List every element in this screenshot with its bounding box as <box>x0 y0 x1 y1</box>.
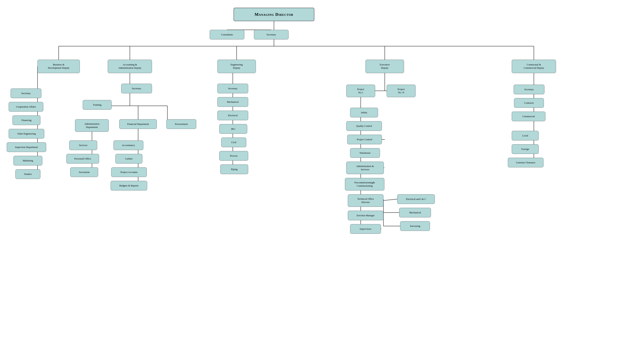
foreign-label: Foreign <box>521 148 529 151</box>
accountancy-node: Accountancy <box>114 140 143 150</box>
process-label: Process <box>230 154 238 157</box>
business-dev-node: Business &Development Deputy <box>37 60 80 73</box>
secretary-biz-node: Secretary <box>11 88 41 98</box>
piping-node: Piping <box>220 164 248 174</box>
training-node: Training <box>83 100 112 110</box>
training-label: Training <box>93 103 101 106</box>
consultants-label: Consultants <box>221 33 233 36</box>
financial-dept-node: Financial Department <box>119 119 157 129</box>
proj-control-node: Project Control <box>347 135 382 144</box>
local-node: Local <box>512 131 539 140</box>
erection-mgr-node: Erection Manager <box>348 211 383 220</box>
engineering-node: EngineeringDeputy <box>217 60 256 73</box>
admin-dept-node: AdministrationDepartment <box>75 119 109 132</box>
elec-ic-node: Electrical and I & C <box>397 194 435 204</box>
admin-dept-label: AdministrationDepartment <box>84 122 100 129</box>
ic-node: I&C <box>219 124 247 134</box>
project1-label: ProjectNo.1 <box>357 88 364 94</box>
accounting-admin-node: Accounting &Administration Deputy <box>108 60 152 73</box>
services-node: Services <box>69 140 97 150</box>
elec-ic-label: Electrical and I & C <box>406 198 426 201</box>
inspection-label: Inspection Department <box>15 146 38 149</box>
budgets-node: Budgets & Reports <box>111 181 147 191</box>
commercial-node: Commercial <box>512 112 545 121</box>
marketing-node: Marketing <box>14 156 42 165</box>
coop-affairs-label: Cooperation Affairs <box>16 105 36 108</box>
projectn-node: ProjectNo. N <box>387 85 415 97</box>
tenders-node: Tenders <box>15 169 40 179</box>
personnel-label: Personnel Office <box>74 157 91 160</box>
coop-affairs-node: Cooperation Affairs <box>9 102 43 112</box>
contracts-label: Contracts <box>524 101 534 105</box>
contractual-node: Contractual &Commercial Deputy <box>512 60 556 73</box>
mech-branch-node: Mechanical <box>399 208 431 217</box>
precomm-node: Precommissioning&Commissioning <box>345 178 384 191</box>
customs-label: Customs Clearance <box>516 161 535 164</box>
civil-label: Civil <box>231 141 236 144</box>
engineering-label: EngineeringDeputy <box>230 63 243 70</box>
executive-node: ExecutiveDeputy <box>365 60 404 73</box>
sec-contract-node: Secretary <box>514 85 544 94</box>
inspection-node: Inspection Department <box>7 142 46 152</box>
sec-eng-label: Secretary <box>228 87 237 90</box>
sec-eng-node: Secretary <box>217 84 248 93</box>
financing-label: Financing <box>21 119 32 122</box>
civil-node: Civil <box>221 138 246 147</box>
secretary-top-label: Secretary <box>266 33 276 36</box>
financing-node: Financing <box>13 115 40 125</box>
managing-director-node: Managing Director <box>234 8 314 21</box>
connectors <box>0 0 621 364</box>
services-label: Services <box>79 144 87 147</box>
customs-node: Customs Clearance <box>508 158 543 167</box>
safety-label: Safety <box>361 111 367 114</box>
procurement-label: Procurement <box>175 122 188 126</box>
piping-label: Piping <box>231 168 238 171</box>
secretary-biz-label: Secretary <box>21 92 31 95</box>
surveying-label: Surveying <box>410 225 420 228</box>
budgets-label: Budgets & Reports <box>119 184 138 187</box>
ic-label: I&C <box>231 127 236 131</box>
safety-node: Safety <box>350 108 378 117</box>
contracts-node: Contracts <box>514 98 544 108</box>
warehouse-label: Warehouse <box>360 151 371 155</box>
supervisors-node: Supervisors <box>350 224 381 234</box>
electrical-label: Electrical <box>228 114 238 117</box>
erection-mgr-label: Erection Manager <box>357 214 375 217</box>
cashier-node: Cashier <box>115 154 142 164</box>
commercial-label: Commercial <box>522 115 535 118</box>
org-chart: Managing Director Consultants Secretary … <box>0 0 621 364</box>
sec-contract-label: Secretary <box>524 88 534 91</box>
project1-node: ProjectNo.1 <box>346 85 375 97</box>
mech-branch-label: Mechanical <box>409 211 421 214</box>
secretariat-label: Secretariat <box>79 171 90 174</box>
procurement-node: Procurement <box>166 119 196 129</box>
tech-office-label: Technical OfficeDirector <box>357 197 374 204</box>
foreign-node: Foreign <box>512 144 539 154</box>
marketing-label: Marketing <box>23 159 33 162</box>
project-accounts-node: Project Accounts <box>111 167 147 177</box>
personnel-node: Personnel Office <box>66 154 99 164</box>
surveying-node: Surveying <box>400 221 430 231</box>
admin-services-label: Administration &Services <box>356 165 374 171</box>
value-eng-label: Value Engineering <box>17 132 35 136</box>
proj-control-label: Project Control <box>357 138 372 141</box>
electrical-node: Electrical <box>217 111 248 120</box>
tech-office-node: Technical OfficeDirector <box>348 194 383 207</box>
business-dev-label: Business &Development Deputy <box>48 63 69 70</box>
sec-accounting-node: Secretary <box>121 84 152 93</box>
consultants-node: Consultants <box>210 30 244 39</box>
accounting-admin-label: Accounting &Administration Deputy <box>118 63 141 70</box>
cashier-label: Cashier <box>125 157 133 160</box>
secretariat-node: Secretariat <box>70 167 98 177</box>
svg-line-64 <box>383 199 397 200</box>
secretary-top-node: Secretary <box>254 30 289 39</box>
local-label: Local <box>522 134 528 137</box>
supervisors-label: Supervisors <box>360 227 371 231</box>
mechanical-node: Mechanical <box>217 97 248 107</box>
process-node: Process <box>219 151 248 161</box>
admin-services-node: Administration &Services <box>346 162 384 174</box>
precomm-label: Precommissioning&Commissioning <box>354 181 375 188</box>
quality-node: Quality Control <box>346 121 382 131</box>
financial-dept-label: Financial Department <box>127 122 149 126</box>
contractual-label: Contractual &Commercial Deputy <box>524 63 544 70</box>
